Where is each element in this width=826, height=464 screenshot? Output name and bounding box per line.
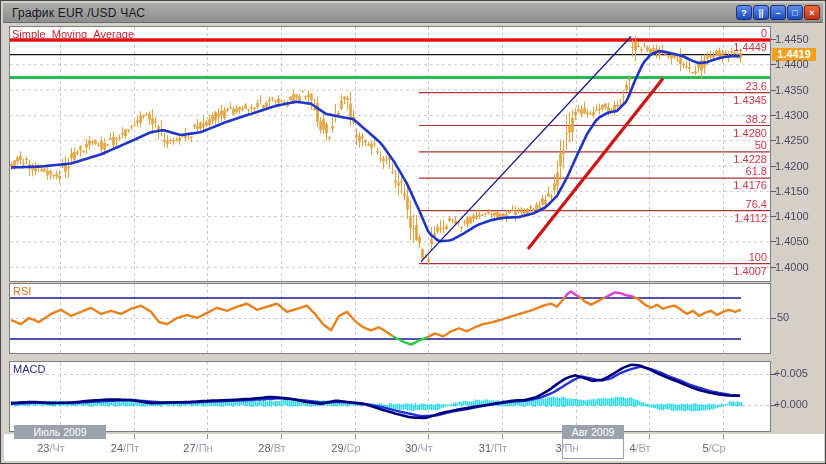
price-axis-label: 1.4200 [775, 160, 809, 172]
macd-indicator-label: MACD [13, 363, 45, 375]
price-axis-label: 1.4450 [775, 33, 809, 45]
chart-window: График EUR /USD ЧАС ?||–□× Simple_Moving… [0, 0, 826, 464]
price-axis-label: 1.4150 [775, 185, 809, 197]
fib-percent-label: 61.8 [687, 165, 767, 177]
fib-percent-label: 38.2 [687, 113, 767, 125]
fib-percent-label: 76.4 [687, 198, 767, 210]
day-label: 29/Ср [324, 442, 368, 454]
price-axis-label: 1.4050 [775, 235, 809, 247]
day-label: 4/Вт [618, 442, 662, 454]
day-label: 31/Пт [471, 442, 515, 454]
rsi-axis-label: 50 [777, 311, 789, 323]
fib-price-label: 1.4449 [687, 41, 767, 53]
fib-percent-label: 0 [687, 27, 767, 39]
day-label: 5/Ср [692, 442, 736, 454]
sma-indicator-label: Simple_Moving_Average [12, 28, 134, 40]
fib-percent-label: 100 [687, 251, 767, 263]
macd-axis-label-zero: +0.000 [774, 398, 808, 410]
price-axis-label: 1.4400 [775, 58, 809, 70]
day-label: 24/Пт [103, 442, 147, 454]
price-axis-label: 1.4100 [775, 210, 809, 222]
fib-price-label: 1.4176 [687, 179, 767, 191]
fib-percent-label: 23.6 [687, 80, 767, 92]
price-axis-label: 1.4000 [775, 261, 809, 273]
day-label: 28/Вт [250, 442, 294, 454]
chart-canvas[interactable] [1, 1, 826, 464]
day-label: 23/Чт [29, 442, 73, 454]
fib-price-label: 1.4112 [687, 212, 767, 224]
macd-axis-label-upper: +0.005 [774, 367, 808, 379]
month-badge-august: Авг 2009 [562, 425, 624, 439]
fib-price-label: 1.4280 [687, 127, 767, 139]
fib-price-label: 1.4345 [687, 94, 767, 106]
month-badge-july: Июль 2009 [14, 425, 106, 439]
price-axis-label: 1.4350 [775, 84, 809, 96]
day-label: 3/Пн [545, 442, 589, 454]
day-label: 30/Чт [397, 442, 441, 454]
fib-price-label: 1.4228 [687, 153, 767, 165]
price-axis-label: 1.4250 [775, 134, 809, 146]
price-axis-label: 1.4300 [775, 109, 809, 121]
rsi-indicator-label: RSI [13, 285, 31, 297]
day-label: 27/Пн [176, 442, 220, 454]
fib-price-label: 1.4007 [687, 265, 767, 277]
fib-percent-label: 50 [687, 139, 767, 151]
